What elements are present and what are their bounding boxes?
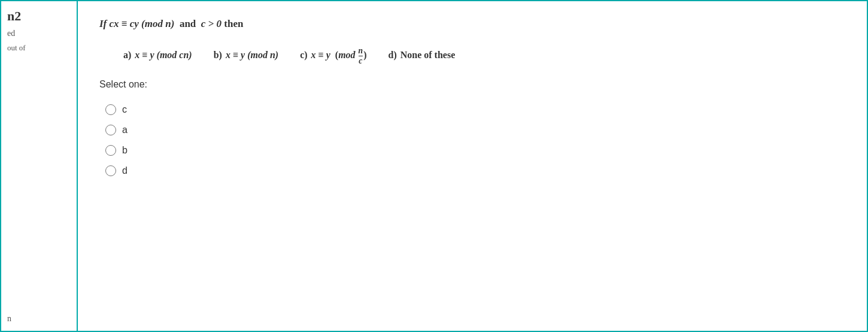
radio-input-d[interactable] (105, 165, 116, 176)
label-n: n (7, 314, 71, 324)
option-d: d) None of these (388, 50, 455, 61)
radio-input-c[interactable] (105, 104, 116, 115)
radio-option-a[interactable]: a (105, 125, 845, 135)
left-panel: n2 ed out of n (0, 0, 78, 332)
option-b: b) x ≡ y (mod n) (214, 50, 278, 61)
radio-group: c a b d (99, 104, 845, 176)
label-outof: out of (7, 43, 71, 53)
radio-input-b[interactable] (105, 145, 116, 156)
options-row: a) x ≡ y (mod cn) b) x ≡ y (mod n) c) x … (99, 47, 845, 65)
radio-input-a[interactable] (105, 125, 116, 135)
option-a: a) x ≡ y (mod cn) (123, 50, 192, 61)
radio-option-d[interactable]: d (105, 165, 845, 176)
radio-label-c: c (122, 104, 127, 115)
label-ed: ed (7, 29, 71, 38)
main-panel: If cx ≡ cy (mod n) and c > 0 then a) x ≡… (78, 0, 868, 332)
select-one-label: Select one: (99, 79, 845, 90)
option-c: c) x ≡ y (mod n c ) (300, 47, 366, 65)
radio-label-d: d (122, 165, 128, 176)
radio-option-c[interactable]: c (105, 104, 845, 115)
question-statement: If cx ≡ cy (mod n) and c > 0 then (99, 18, 845, 30)
radio-option-b[interactable]: b (105, 145, 845, 156)
question-number: n2 (7, 8, 71, 24)
radio-label-b: b (122, 145, 128, 156)
radio-label-a: a (122, 125, 128, 135)
